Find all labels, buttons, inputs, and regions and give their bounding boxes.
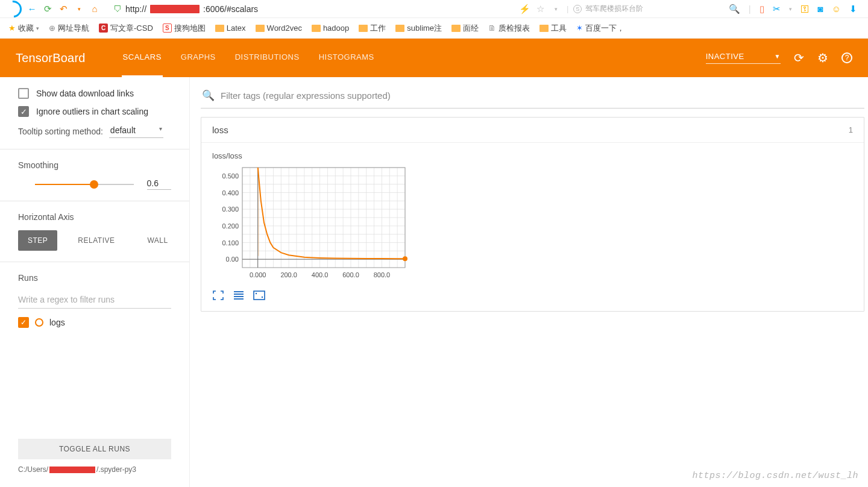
tab-graphs[interactable]: GRAPHS — [180, 39, 217, 77]
bookmark-sogou[interactable]: S搜狗地图 — [163, 23, 206, 34]
star-dropdown-icon[interactable]: ▾ — [551, 4, 562, 14]
smoothing-value[interactable]: 0.6 — [147, 178, 171, 190]
search-engine-icon: S — [573, 5, 582, 13]
svg-rect-53 — [254, 291, 265, 300]
paw-icon: ✶ — [576, 24, 583, 33]
folder-icon — [256, 25, 265, 32]
tooltip-sort-select[interactable]: default — [109, 124, 163, 138]
tooltip-sort-label: Tooltip sorting method: — [18, 127, 103, 136]
undo-icon[interactable]: ↶ — [58, 4, 69, 14]
bookmark-sublime[interactable]: sublime注 — [395, 23, 442, 34]
tab-histograms[interactable]: HISTOGRAMS — [318, 39, 376, 77]
group-header[interactable]: loss 1 — [201, 118, 864, 143]
star-icon[interactable]: ☆ — [535, 4, 546, 14]
horizontal-axis-label: Horizontal Axis — [18, 212, 171, 222]
url-bar[interactable]: ⛉ http:// :6006/#scalars — [113, 4, 258, 14]
tab-scalars[interactable]: SCALARS — [122, 39, 163, 77]
download-icon[interactable]: ⬇ — [849, 4, 857, 14]
checkbox-label: Show data download links — [36, 89, 134, 98]
status-dropdown[interactable]: INACTIVE ▼ — [706, 52, 781, 64]
bookmark-csdn[interactable]: C写文章-CSD — [99, 23, 153, 34]
bookmark-latex[interactable]: Latex — [215, 24, 246, 33]
bookmark-w2v[interactable]: Word2vec — [256, 24, 302, 33]
folder-icon — [359, 25, 368, 32]
runs-filter-input[interactable] — [18, 291, 171, 309]
phone-icon[interactable]: ▯ — [760, 4, 764, 14]
csdn-icon: C — [99, 24, 108, 33]
svg-point-54 — [256, 293, 257, 294]
tab-distributions[interactable]: DISTRIBUTIONS — [234, 39, 301, 77]
home-icon[interactable]: ⌂ — [89, 4, 100, 14]
logdir-redacted — [49, 467, 95, 473]
url-prefix: http:// — [125, 4, 146, 14]
reload-icon[interactable]: ⟳ — [42, 4, 53, 14]
svg-text:0.100: 0.100 — [222, 239, 239, 247]
svg-text:0.00: 0.00 — [226, 256, 239, 263]
back-icon[interactable]: ← — [27, 4, 37, 14]
bookmark-work[interactable]: 工作 — [359, 23, 386, 34]
bookmark-tools[interactable]: 工具 — [539, 23, 567, 34]
checkbox-checked-icon: ✓ — [18, 106, 29, 117]
chart-title: loss/loss — [212, 151, 411, 160]
refresh-icon[interactable]: ⟳ — [794, 51, 804, 65]
search-icon: 🔍 — [202, 89, 215, 102]
checkbox-ignore-outliers[interactable]: ✓ Ignore outliers in chart scaling — [18, 106, 171, 117]
search-placeholder: 驾车爬楼损坏台阶 — [585, 4, 643, 14]
bookmark-nav[interactable]: ⊕网址导航 — [49, 23, 89, 34]
run-color-dot — [35, 318, 43, 327]
content-area: 🔍 loss 1 loss/loss 0.000.1000.2000.3000.… — [190, 77, 868, 487]
bookmark-hadoop[interactable]: hadoop — [312, 24, 349, 33]
checkbox-show-download[interactable]: Show data download links — [18, 88, 171, 99]
toggle-all-runs-button[interactable]: TOGGLE ALL RUNS — [18, 439, 171, 459]
shield-icon: ⛉ — [113, 4, 122, 14]
status-label: INACTIVE — [706, 52, 744, 61]
bookmark-mianjing[interactable]: 面经 — [451, 23, 479, 34]
hax-step-button[interactable]: STEP — [18, 230, 57, 251]
group-name: loss — [212, 125, 228, 135]
browser-toolbar: ← ⟳ ↶ ▾ ⌂ ⛉ http:// :6006/#scalars ⚡ ☆ ▾… — [0, 0, 868, 18]
svg-text:200.0: 200.0 — [280, 271, 297, 278]
folder-icon — [539, 25, 549, 32]
undo-dropdown-icon[interactable]: ▾ — [74, 4, 84, 14]
folder-icon — [395, 25, 404, 32]
svg-point-55 — [262, 297, 263, 298]
flash-icon[interactable]: ⚡ — [520, 4, 530, 14]
brand-title: TensorBoard — [16, 51, 86, 65]
bookmark-qc[interactable]: 🗎质检报表 — [488, 23, 530, 34]
group-count: 1 — [849, 125, 853, 134]
browser-search[interactable]: S 驾车爬楼损坏台阶 — [573, 4, 643, 14]
tag-filter-input[interactable] — [221, 90, 863, 101]
globe-icon: ⊕ — [49, 24, 55, 33]
scissors-dropdown-icon[interactable]: ▾ — [789, 6, 792, 12]
folder-icon — [451, 25, 461, 32]
bookmarks-bar: ★收藏▾ ⊕网址导航 C写文章-CSD S搜狗地图 Latex Word2vec… — [0, 18, 868, 39]
smoothing-slider[interactable] — [35, 184, 134, 185]
loss-chart[interactable]: 0.000.1000.2000.3000.4000.5000.000200.04… — [212, 164, 411, 284]
hax-relative-button[interactable]: RELATIVE — [68, 230, 124, 251]
smile-icon[interactable]: ☺ — [832, 4, 841, 14]
star-icon: ★ — [8, 24, 16, 33]
chevron-down-icon: ▼ — [775, 53, 781, 60]
tensorboard-header: TensorBoard SCALARS GRAPHS DISTRIBUTIONS… — [0, 39, 868, 77]
svg-text:800.0: 800.0 — [374, 271, 391, 278]
run-name: logs — [49, 318, 65, 327]
run-item-logs[interactable]: ✓ logs — [18, 317, 171, 328]
sidebar: Show data download links ✓ Ignore outlie… — [0, 77, 190, 487]
help-icon[interactable]: ? — [841, 52, 852, 63]
url-redacted — [150, 5, 200, 13]
slider-thumb[interactable] — [90, 180, 98, 189]
svg-text:0.300: 0.300 — [222, 206, 239, 213]
logdir-text: C:/Users/ /.spyder-py3 — [18, 465, 171, 474]
fit-icon[interactable] — [253, 291, 265, 300]
svg-text:600.0: 600.0 — [342, 271, 359, 278]
gear-icon[interactable]: ⚙ — [817, 51, 828, 65]
bookmark-baidu[interactable]: ✶百度一下， — [576, 23, 624, 34]
key-icon[interactable]: ⚿ — [800, 4, 810, 14]
hax-wall-button[interactable]: WALL — [137, 230, 177, 251]
cube-icon[interactable]: ◙ — [818, 4, 823, 14]
search-icon[interactable]: 🔍 — [729, 4, 740, 14]
list-icon[interactable] — [233, 291, 245, 300]
bookmark-favorites[interactable]: ★收藏▾ — [8, 23, 39, 34]
scissors-icon[interactable]: ✂ — [773, 4, 781, 14]
expand-icon[interactable] — [212, 291, 224, 300]
